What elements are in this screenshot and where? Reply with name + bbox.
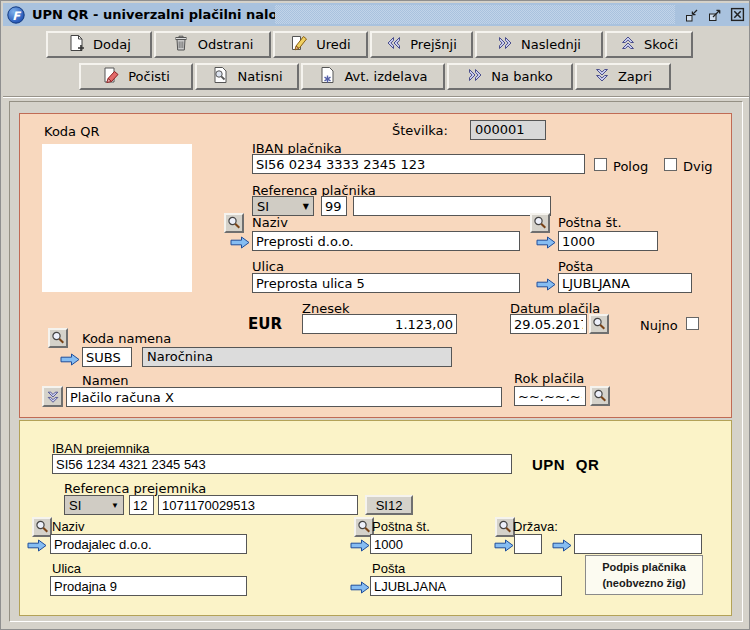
jump-button[interactable]: Skoči <box>605 31 693 58</box>
recipient-reference-check-input[interactable] <box>129 495 154 515</box>
withdrawal-checkbox[interactable] <box>664 158 677 171</box>
window-title: UPN QR - univerzalni plačilni nalog <box>32 7 287 22</box>
purpose-code-label: Koda namena <box>82 331 171 346</box>
amount-input[interactable] <box>302 314 457 334</box>
payer-city-copy-arrow-icon[interactable] <box>536 276 556 289</box>
payer-postcode-input[interactable] <box>558 231 658 251</box>
qr-code-label: Koda QR <box>44 124 99 139</box>
document-plus-icon <box>67 34 85 55</box>
print-preview-icon <box>211 66 229 87</box>
add-button-label: Dodaj <box>93 37 131 52</box>
country-name-copy-arrow-icon[interactable] <box>552 538 572 551</box>
eraser-icon <box>102 66 120 87</box>
recipient-city-input[interactable] <box>370 576 562 596</box>
recipient-reference-model-dropdown[interactable]: SI <box>64 495 124 515</box>
signature-box: Podpis plačnika (neobvezno žig) <box>585 555 703 595</box>
to-bank-button[interactable]: Na banko <box>447 63 573 90</box>
app-window: F UPN QR - univerzalni plačilni nalog Do… <box>0 0 750 630</box>
urgent-label: Nujno <box>640 318 678 333</box>
payer-name-input[interactable] <box>252 231 520 251</box>
titlebar-pattern <box>275 5 675 24</box>
signature-line1: Podpis plačnika <box>586 559 702 575</box>
payer-reference-check-input[interactable] <box>321 196 347 216</box>
to-bank-button-label: Na banko <box>491 69 552 84</box>
payer-name-lookup-button[interactable] <box>224 213 244 233</box>
maximize-window-icon[interactable] <box>706 7 723 24</box>
recipient-name-label: Naziv <box>52 519 85 534</box>
edit-button[interactable]: Uredi <box>273 31 368 58</box>
purpose-code-input[interactable] <box>82 347 132 367</box>
titlebar[interactable]: F UPN QR - univerzalni plačilni nalog <box>3 3 749 26</box>
number-field: 000001 <box>470 120 546 140</box>
country-code-input[interactable] <box>514 534 542 554</box>
withdrawal-label: Dvig <box>683 159 713 174</box>
purpose-label: Namen <box>82 373 129 388</box>
auto-create-button-label: Avt. izdelava <box>344 69 427 84</box>
recipient-postcode-label: Poštna št. <box>372 519 430 534</box>
clear-button-label: Počisti <box>128 69 170 84</box>
currency-label: EUR <box>248 315 282 333</box>
recipient-street-input[interactable] <box>50 576 247 596</box>
recipient-postcode-input[interactable] <box>370 534 472 554</box>
close-button-label: Zapri <box>618 69 652 84</box>
remove-button[interactable]: Odstrani <box>154 31 271 58</box>
payment-date-lookup-button[interactable] <box>589 314 609 334</box>
payer-street-label: Ulica <box>252 259 284 274</box>
add-button[interactable]: Dodaj <box>46 31 152 58</box>
payer-name-label: Naziv <box>252 215 288 230</box>
payer-name-copy-arrow-icon[interactable] <box>230 234 250 247</box>
payment-date-input[interactable] <box>510 314 587 334</box>
jump-button-label: Skoči <box>644 37 678 52</box>
purpose-expand-button[interactable] <box>42 386 63 407</box>
recipient-name-input[interactable] <box>50 534 247 554</box>
remove-button-label: Odstrani <box>198 37 254 52</box>
payer-reference-number-input[interactable] <box>353 196 551 216</box>
recipient-name-lookup-button[interactable] <box>32 517 52 537</box>
purpose-code-name-field: Naročnina <box>142 347 452 367</box>
recipient-postcode-copy-arrow-icon[interactable] <box>350 538 370 551</box>
deposit-checkbox[interactable] <box>594 158 607 171</box>
payer-city-input[interactable] <box>558 273 692 293</box>
due-date-label: Rok plačila <box>514 371 584 386</box>
auto-create-button[interactable]: Avt. izdelava <box>301 63 445 90</box>
payer-reference-model-dropdown[interactable]: SI <box>252 196 314 216</box>
payer-iban-input[interactable] <box>252 154 585 174</box>
print-button-label: Natisni <box>237 69 282 84</box>
clear-button[interactable]: Počisti <box>79 63 193 90</box>
number-label: Številka: <box>392 123 448 138</box>
country-code-copy-arrow-icon[interactable] <box>494 538 514 551</box>
payer-panel: Koda QR Številka: 000001 IBAN plačnika P… <box>19 113 732 418</box>
payer-city-label: Pošta <box>558 259 593 274</box>
restore-window-icon[interactable] <box>683 7 700 24</box>
recipient-reference-model-value: SI <box>69 498 81 513</box>
payer-street-input[interactable] <box>252 273 520 293</box>
recipient-iban-input[interactable] <box>52 454 512 474</box>
next-button[interactable]: Naslednji <box>475 31 603 58</box>
toolbar-separator <box>3 96 749 98</box>
due-date-lookup-button[interactable] <box>590 386 610 406</box>
recipient-city-copy-arrow-icon[interactable] <box>350 580 370 593</box>
recipient-reference-number-input[interactable] <box>158 495 358 515</box>
print-button[interactable]: Natisni <box>195 63 299 90</box>
due-date-input[interactable] <box>514 386 586 406</box>
purpose-code-lookup-button[interactable] <box>48 328 68 348</box>
double-chevron-left-icon <box>386 35 402 54</box>
previous-button[interactable]: Prejšnji <box>370 31 473 58</box>
payer-postcode-copy-arrow-icon[interactable] <box>536 234 556 247</box>
purpose-code-copy-arrow-icon[interactable] <box>60 351 80 364</box>
payer-postcode-label: Poštna št. <box>558 215 622 230</box>
signature-line2: (neobvezno žig) <box>586 575 702 591</box>
qr-code-area <box>42 144 192 292</box>
payer-postcode-lookup-button[interactable] <box>530 213 550 233</box>
country-lookup-button[interactable] <box>495 517 515 537</box>
purpose-input[interactable] <box>66 387 502 407</box>
recipient-name-copy-arrow-icon[interactable] <box>27 538 47 551</box>
close-window-icon[interactable] <box>729 7 746 24</box>
country-name-input[interactable] <box>574 534 702 554</box>
close-button[interactable]: Zapri <box>575 63 671 90</box>
recipient-street-label: Ulica <box>52 561 81 576</box>
double-chevron-up-icon <box>620 35 636 54</box>
form-type-label: UPN QR <box>532 456 599 473</box>
urgent-checkbox[interactable] <box>686 317 699 330</box>
si12-button[interactable]: SI12 <box>365 495 413 515</box>
